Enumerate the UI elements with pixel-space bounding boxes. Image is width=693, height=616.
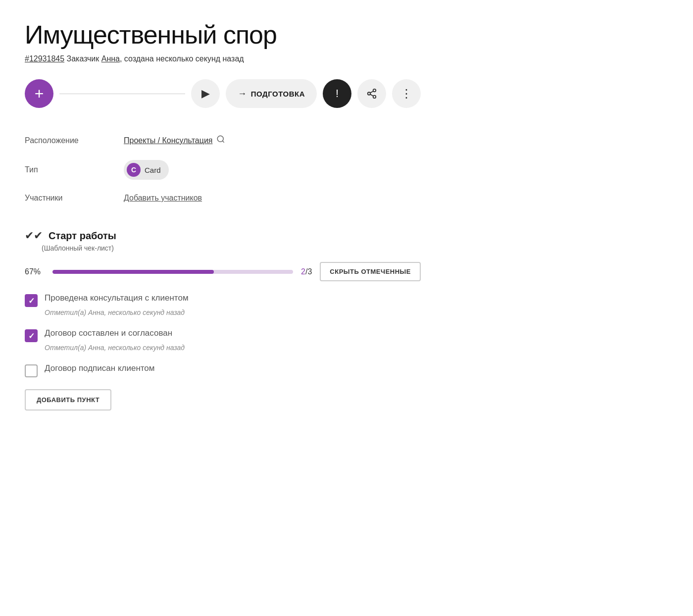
checklist-item: Договор подписан клиентом [25,363,421,377]
progress-total: 3 [307,267,312,276]
share-button[interactable] [357,79,386,108]
item-meta-2: Отметил(а) Анна, несколько секунд назад [45,344,421,352]
checkbox-3[interactable] [25,364,38,377]
share-icon [366,88,377,99]
type-value: C Card [124,160,169,180]
checklist-header: ✔✔ Старт работы [25,229,421,242]
check-mark-1: ✓ [28,296,35,306]
svg-line-6 [223,141,224,142]
checklist-item-row: ✓ Договор составлен и согласован [25,328,421,342]
item-text-1: Проведена консультация с клиентом [45,293,189,303]
participants-label: Участники [25,194,124,203]
item-meta-1: Отметил(а) Анна, несколько секунд назад [45,308,421,316]
location-row: Расположение Проекты / Консультация [25,128,421,153]
checklist-section: ✔✔ Старт работы (Шаблонный чек-лист) 67%… [25,229,421,411]
svg-line-3 [370,94,373,96]
location-label: Расположение [25,136,124,145]
participants-row: Участники Добавить участников [25,187,421,209]
progress-percent: 67% [25,267,45,276]
svg-point-0 [373,89,376,92]
more-button[interactable]: ⋮ [392,79,421,108]
location-link[interactable]: Проекты / Консультация [124,136,212,145]
double-check-icon: ✔✔ [25,229,43,242]
play-button[interactable]: ▶ [191,79,220,108]
toolbar: + ▶ → ПОДГОТОВКА ! ⋮ [25,79,421,108]
location-value: Проекты / Консультация [124,135,225,146]
status-text: ПОДГОТОВКА [251,90,305,98]
type-row: Тип C Card [25,153,421,187]
checklist-item-row: Договор подписан клиентом [25,363,421,377]
checklist-item: ✓ Договор составлен и согласован Отметил… [25,328,421,352]
status-button[interactable]: → ПОДГОТОВКА [226,79,317,108]
search-icon[interactable] [216,135,225,146]
type-icon: C [127,163,141,177]
add-item-button[interactable]: ДОБАВИТЬ ПУНКТ [25,389,111,411]
checkbox-2[interactable]: ✓ [25,329,38,342]
order-id-link[interactable]: #12931845 [25,54,64,63]
progress-row: 67% 2/3 СКРЫТЬ ОТМЕЧЕННЫЕ [25,262,421,281]
checklist-title: Старт работы [49,230,116,242]
created-label: , создана несколько секунд назад [120,54,244,63]
customer-label: Заказчик [67,54,99,63]
add-button[interactable]: + [25,79,53,108]
checklist-subtitle: (Шаблонный чек-лист) [42,244,421,252]
svg-point-1 [368,92,371,95]
add-participants-link[interactable]: Добавить участников [124,194,202,203]
check-mark-2: ✓ [28,331,35,341]
checklist-items: ✓ Проведена консультация с клиентом Отме… [25,293,421,377]
page-title: Имущественный спор [25,20,421,50]
item-text-3: Договор подписан клиентом [45,363,155,373]
item-text-2: Договор составлен и согласован [45,328,172,338]
hide-checked-button[interactable]: СКРЫТЬ ОТМЕЧЕННЫЕ [320,262,421,281]
alert-button[interactable]: ! [323,79,351,108]
customer-name-link[interactable]: Анна [101,54,120,63]
svg-point-5 [218,136,224,142]
properties-section: Расположение Проекты / Консультация Тип … [25,128,421,209]
type-name: Card [145,166,161,174]
svg-point-2 [373,96,376,99]
progress-bar-fill [52,270,214,274]
page-subtitle: #12931845 Заказчик Анна, создана несколь… [25,54,421,63]
svg-line-4 [370,91,373,93]
progress-done: 2 [301,267,305,276]
type-badge[interactable]: C Card [124,160,169,180]
checklist-item-row: ✓ Проведена консультация с клиентом [25,293,421,307]
progress-bar [52,270,293,274]
checkbox-1[interactable]: ✓ [25,294,38,307]
status-arrow: → [238,89,247,99]
toolbar-line [59,94,185,94]
progress-count: 2/3 [301,267,312,276]
type-label: Тип [25,165,124,174]
participants-value: Добавить участников [124,194,202,203]
checklist-item: ✓ Проведена консультация с клиентом Отме… [25,293,421,316]
